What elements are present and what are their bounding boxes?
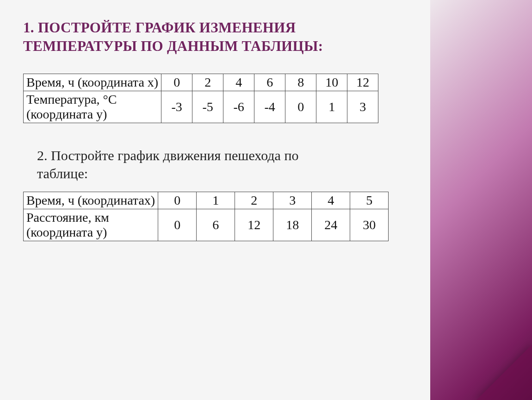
- cell: 12: [235, 209, 273, 241]
- cell: 0: [158, 192, 197, 209]
- cell: 1: [197, 192, 235, 209]
- cell: 2: [235, 192, 273, 209]
- cell: -3: [161, 91, 192, 123]
- side-gradient: [430, 0, 532, 400]
- cell: 12: [347, 74, 378, 91]
- task1-row2-label: Температура, °С (координата у): [24, 91, 161, 123]
- task2-row1-label: Время, ч (координатах): [24, 192, 158, 209]
- task2-subtitle: 2. Постройте график движения пешехода по…: [37, 146, 433, 182]
- title-line1: 1. ПОСТРОЙТЕ ГРАФИК ИЗМЕНЕНИЯ: [23, 19, 296, 36]
- cell: 8: [285, 74, 316, 91]
- table-row: Расстояние, км (координата у) 0 6 12 18 …: [24, 209, 389, 241]
- cell: -6: [223, 91, 254, 123]
- task1-row1-label: Время, ч (координата х): [24, 74, 161, 91]
- content-area: 1. ПОСТРОЙТЕ ГРАФИК ИЗМЕНЕНИЯ ТЕМПЕРАТУР…: [0, 0, 433, 241]
- cell: 0: [158, 209, 197, 241]
- corner-fold: [476, 344, 532, 400]
- table-row: Температура, °С (координата у) -3 -5 -6 …: [24, 91, 378, 123]
- table-row: Время, ч (координата х) 0 2 4 6 8 10 12: [24, 74, 378, 91]
- cell: 30: [350, 209, 389, 241]
- cell: 4: [223, 74, 254, 91]
- task2-row2-label: Расстояние, км (координата у): [24, 209, 158, 241]
- cell: -5: [192, 91, 223, 123]
- cell: 1: [316, 91, 347, 123]
- task1-table: Время, ч (координата х) 0 2 4 6 8 10 12 …: [23, 74, 378, 123]
- task2-table: Время, ч (координатах) 0 1 2 3 4 5 Расст…: [23, 192, 389, 241]
- task1-title: 1. ПОСТРОЙТЕ ГРАФИК ИЗМЕНЕНИЯ ТЕМПЕРАТУР…: [23, 19, 433, 55]
- cell: 3: [273, 192, 312, 209]
- cell: 6: [254, 74, 285, 91]
- title-line2: ТЕМПЕРАТУРЫ ПО ДАННЫМ ТАБЛИЦЫ:: [23, 38, 323, 54]
- cell: 0: [285, 91, 316, 123]
- cell: 10: [316, 74, 347, 91]
- subtitle-line1: 2. Постройте график движения пешехода по: [37, 148, 298, 163]
- cell: 24: [312, 209, 350, 241]
- cell: 6: [197, 209, 235, 241]
- cell: -4: [254, 91, 285, 123]
- cell: 3: [347, 91, 378, 123]
- cell: 5: [350, 192, 389, 209]
- cell: 0: [161, 74, 192, 91]
- slide: 1. ПОСТРОЙТЕ ГРАФИК ИЗМЕНЕНИЯ ТЕМПЕРАТУР…: [0, 0, 532, 400]
- cell: 4: [312, 192, 350, 209]
- cell: 18: [273, 209, 312, 241]
- table-row: Время, ч (координатах) 0 1 2 3 4 5: [24, 192, 389, 209]
- subtitle-line2: таблице:: [37, 166, 88, 181]
- cell: 2: [192, 74, 223, 91]
